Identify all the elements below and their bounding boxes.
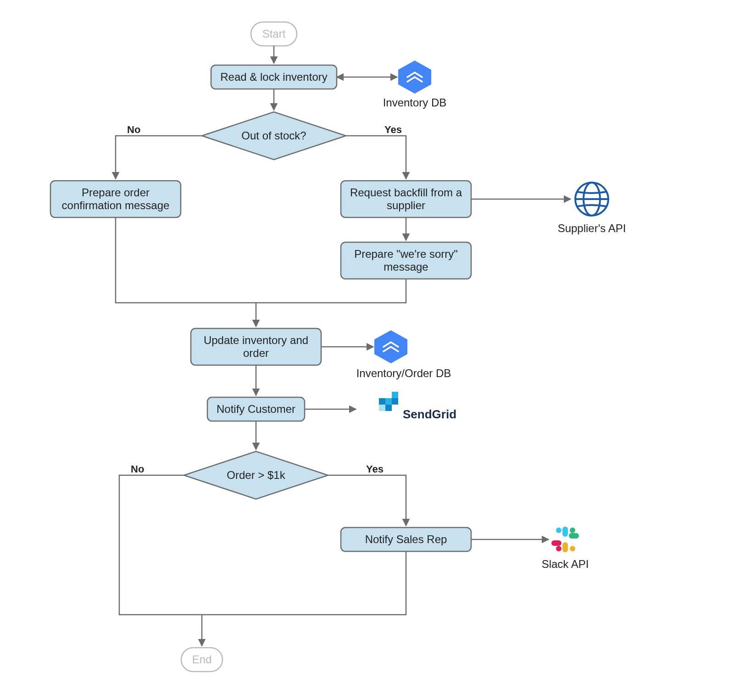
request-backfill-node: Request backfill from a supplier — [341, 181, 471, 217]
slack-icon — [551, 527, 579, 552]
prepare-confirmation-node: Prepare order confirmation message — [50, 181, 181, 217]
svg-rect-19 — [379, 398, 385, 405]
svg-rect-21 — [569, 533, 579, 539]
out-of-stock-label: Out of stock? — [241, 129, 306, 142]
svg-rect-16 — [385, 398, 392, 405]
end-node: End — [181, 648, 222, 672]
inventory-db-label: Inventory DB — [383, 96, 447, 109]
prepare-confirmation-label-2: confirmation message — [62, 199, 170, 211]
svg-rect-17 — [392, 398, 398, 405]
notify-sales-node: Notify Sales Rep — [341, 528, 471, 551]
svg-point-26 — [570, 546, 575, 551]
edge-outofstock-yes — [346, 136, 406, 179]
edge-order1k-no — [119, 475, 202, 646]
start-node: Start — [251, 22, 297, 46]
request-backfill-label-1: Request backfill from a — [350, 186, 462, 199]
update-inventory-label-2: order — [243, 347, 269, 359]
edge-sales-end — [202, 551, 406, 615]
svg-rect-15 — [385, 405, 392, 411]
svg-rect-23 — [551, 540, 562, 546]
prepare-sorry-label-2: message — [384, 261, 428, 273]
prepare-sorry-label-1: Prepare "we're sorry" — [354, 248, 458, 260]
notify-customer-node: Notify Customer — [207, 397, 305, 421]
prepare-sorry-node: Prepare "we're sorry" message — [341, 242, 471, 279]
inventory-order-db-icon — [374, 330, 407, 363]
notify-sales-label: Notify Sales Rep — [365, 533, 447, 545]
sendgrid-icon — [379, 392, 398, 411]
end-label: End — [192, 653, 212, 666]
svg-rect-20 — [562, 527, 568, 537]
edge-outofstock-no — [116, 136, 202, 179]
edge-no-label-1: No — [127, 124, 140, 135]
svg-rect-14 — [379, 405, 385, 411]
notify-customer-label: Notify Customer — [217, 403, 295, 415]
slack-api-label: Slack API — [542, 558, 589, 570]
order-gt-1k-label: Order > $1k — [227, 469, 285, 481]
edge-yes-label-1: Yes — [384, 124, 402, 135]
request-backfill-label-2: supplier — [387, 199, 425, 211]
svg-rect-22 — [562, 542, 568, 552]
update-inventory-node: Update inventory and order — [191, 328, 321, 365]
prepare-confirmation-label-1: Prepare order — [82, 186, 150, 199]
out-of-stock-decision: Out of stock? — [202, 112, 346, 160]
svg-point-24 — [556, 528, 562, 533]
sendgrid-label: SendGrid — [403, 407, 456, 421]
update-inventory-label-1: Update inventory and — [204, 334, 308, 346]
globe-icon — [575, 183, 608, 216]
edge-order1k-yes — [328, 475, 406, 526]
svg-rect-18 — [392, 392, 398, 398]
edge-yes-label-2: Yes — [366, 463, 384, 475]
read-lock-inventory-node: Read & lock inventory — [211, 65, 337, 89]
supplier-api-label: Supplier's API — [558, 222, 626, 234]
inventory-db-icon — [398, 61, 431, 94]
start-label: Start — [262, 28, 286, 40]
edge-no-label-2: No — [131, 463, 144, 475]
edge-confirm-update — [116, 217, 256, 327]
svg-point-27 — [556, 546, 562, 551]
read-lock-label: Read & lock inventory — [220, 71, 327, 83]
inventory-order-db-label: Inventory/Order DB — [356, 367, 451, 379]
edge-sorry-merge — [256, 279, 406, 303]
svg-point-25 — [570, 528, 575, 533]
order-gt-1k-decision: Order > $1k — [184, 451, 328, 499]
